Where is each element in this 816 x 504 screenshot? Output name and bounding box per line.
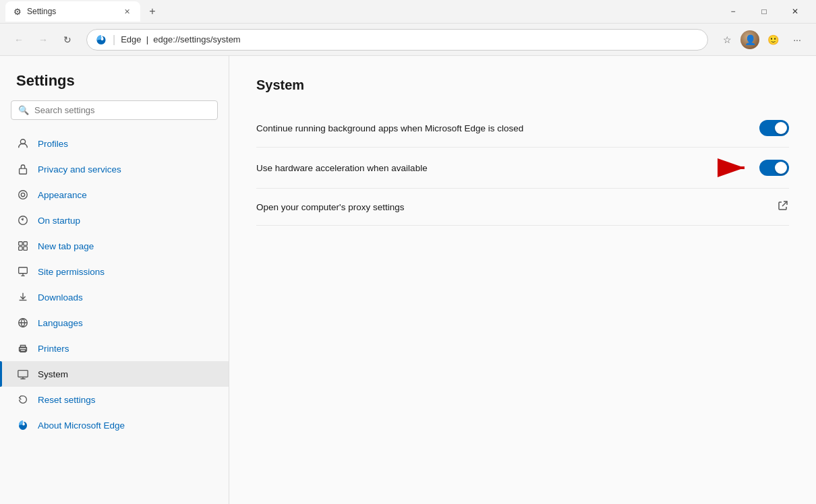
sidebar-item-printers[interactable]: Printers bbox=[0, 336, 229, 361]
reset-icon bbox=[16, 393, 30, 406]
privacy-icon bbox=[16, 162, 30, 176]
proxy-settings-action bbox=[777, 199, 789, 214]
external-link-icon[interactable] bbox=[777, 199, 789, 214]
background-apps-toggle[interactable] bbox=[759, 120, 789, 136]
reset-label: Reset settings bbox=[38, 395, 96, 405]
proxy-settings-row: Open your computer's proxy settings bbox=[256, 189, 789, 226]
sidebar-item-appearance[interactable]: Appearance bbox=[0, 182, 229, 208]
refresh-button[interactable]: ↻ bbox=[57, 29, 78, 51]
sidebar-title: Settings bbox=[0, 72, 229, 100]
languages-label: Languages bbox=[38, 318, 83, 328]
tab-title: Settings bbox=[27, 7, 56, 16]
about-label: About Microsoft Edge bbox=[38, 420, 125, 431]
background-apps-row: Continue running background apps when Mi… bbox=[256, 109, 789, 148]
settings-tab-icon: ⚙ bbox=[13, 7, 22, 17]
svg-point-3 bbox=[21, 193, 24, 196]
sidebar-item-newtab[interactable]: New tab page bbox=[0, 233, 229, 259]
sidebar-item-onstartup[interactable]: On startup bbox=[0, 208, 229, 233]
about-edge-icon bbox=[16, 418, 30, 432]
sidebar-item-sitepermissions[interactable]: Site permissions bbox=[0, 259, 229, 284]
profile-avatar[interactable]: 👤 bbox=[740, 30, 759, 49]
page-title: System bbox=[256, 77, 789, 93]
onstartup-icon bbox=[16, 214, 30, 227]
privacy-label: Privacy and services bbox=[38, 164, 121, 175]
toolbar: ← → ↻ | Edge | edge://settings/system ☆ … bbox=[0, 24, 816, 56]
new-tab-button[interactable]: + bbox=[143, 2, 162, 21]
minimize-button[interactable]: − bbox=[718, 0, 749, 24]
hardware-accel-toggle[interactable] bbox=[759, 160, 789, 176]
svg-rect-13 bbox=[18, 371, 28, 377]
titlebar-left: ⚙ Settings ✕ + bbox=[5, 1, 718, 22]
svg-rect-7 bbox=[19, 247, 22, 250]
proxy-settings-label: Open your computer's proxy settings bbox=[256, 202, 766, 212]
hardware-accel-action bbox=[718, 158, 789, 177]
system-icon bbox=[16, 367, 30, 381]
sitepermissions-icon bbox=[16, 265, 30, 278]
sidebar-item-about[interactable]: About Microsoft Edge bbox=[0, 412, 229, 438]
back-button[interactable]: ← bbox=[8, 29, 30, 51]
close-button[interactable]: ✕ bbox=[780, 0, 811, 24]
content-area: System Continue running background apps … bbox=[229, 56, 816, 504]
toolbar-right: ☆ 👤 🙂 ··· bbox=[716, 29, 808, 51]
red-arrow-indicator bbox=[718, 158, 751, 177]
background-apps-action bbox=[759, 120, 789, 136]
sidebar-item-privacy[interactable]: Privacy and services bbox=[0, 156, 229, 182]
sidebar-item-profiles[interactable]: Profiles bbox=[0, 131, 229, 156]
system-label: System bbox=[38, 369, 68, 379]
onstartup-label: On startup bbox=[38, 216, 80, 226]
printers-label: Printers bbox=[38, 344, 69, 354]
printers-icon bbox=[16, 342, 30, 355]
active-tab[interactable]: ⚙ Settings ✕ bbox=[5, 1, 140, 22]
sidebar-item-reset[interactable]: Reset settings bbox=[0, 387, 229, 412]
sidebar: Settings 🔍 Profiles Privacy and services… bbox=[0, 56, 229, 504]
appearance-label: Appearance bbox=[38, 190, 87, 200]
tab-close-button[interactable]: ✕ bbox=[121, 6, 132, 17]
maximize-button[interactable]: □ bbox=[749, 0, 780, 24]
main-layout: Settings 🔍 Profiles Privacy and services… bbox=[0, 56, 816, 504]
svg-rect-9 bbox=[19, 267, 28, 274]
hardware-accel-row: Use hardware acceleration when available bbox=[256, 148, 789, 189]
profiles-icon bbox=[16, 137, 30, 150]
address-bar[interactable]: | Edge | edge://settings/system bbox=[86, 29, 708, 51]
hardware-accel-label: Use hardware acceleration when available bbox=[256, 163, 707, 173]
profiles-label: Profiles bbox=[38, 139, 68, 149]
toggle-knob-2 bbox=[775, 162, 787, 174]
search-input[interactable] bbox=[34, 105, 210, 115]
svg-rect-1 bbox=[20, 168, 27, 174]
svg-rect-5 bbox=[19, 242, 22, 245]
address-divider: | bbox=[113, 34, 115, 46]
appearance-icon bbox=[16, 188, 30, 201]
emoji-button[interactable]: 🙂 bbox=[762, 29, 784, 51]
titlebar: ⚙ Settings ✕ + − □ ✕ bbox=[0, 0, 816, 24]
search-box[interactable]: 🔍 bbox=[11, 100, 218, 120]
svg-point-2 bbox=[19, 191, 28, 199]
forward-button[interactable]: → bbox=[32, 29, 54, 51]
sidebar-item-languages[interactable]: Languages bbox=[0, 310, 229, 336]
newtab-label: New tab page bbox=[38, 241, 94, 251]
newtab-icon bbox=[16, 239, 30, 253]
svg-rect-8 bbox=[24, 247, 27, 250]
favorites-button[interactable]: ☆ bbox=[716, 29, 738, 51]
downloads-icon bbox=[16, 290, 30, 304]
window-controls: − □ ✕ bbox=[718, 0, 811, 24]
background-apps-label: Continue running background apps when Mi… bbox=[256, 123, 749, 133]
edge-logo-icon bbox=[95, 34, 107, 46]
more-button[interactable]: ··· bbox=[786, 29, 808, 51]
sidebar-item-system[interactable]: System bbox=[0, 361, 229, 387]
toggle-knob bbox=[775, 122, 787, 134]
sitepermissions-label: Site permissions bbox=[38, 267, 105, 277]
address-text: Edge | edge://settings/system bbox=[121, 34, 699, 44]
sidebar-item-downloads[interactable]: Downloads bbox=[0, 284, 229, 310]
downloads-label: Downloads bbox=[38, 292, 83, 303]
svg-rect-12 bbox=[20, 350, 25, 352]
languages-icon bbox=[16, 316, 30, 329]
search-icon: 🔍 bbox=[18, 105, 29, 115]
svg-rect-6 bbox=[24, 242, 27, 245]
